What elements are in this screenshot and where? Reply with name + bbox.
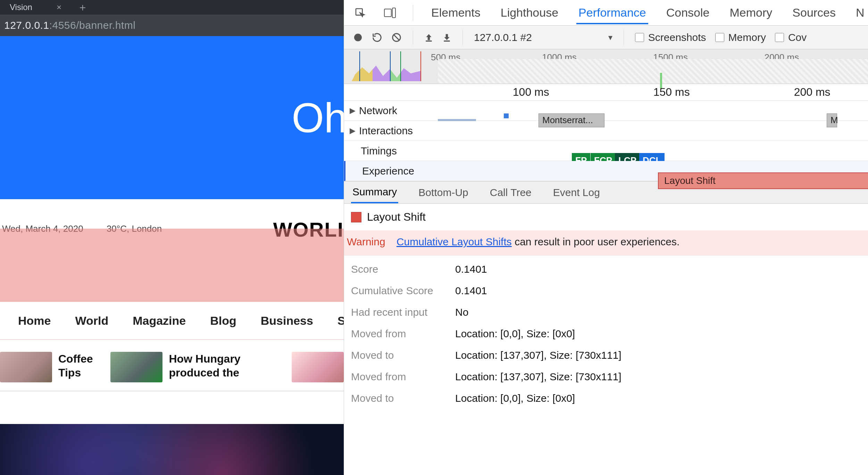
screenshots-checkbox[interactable]: Screenshots <box>635 32 706 43</box>
device-toggle-icon[interactable] <box>383 6 397 20</box>
nav-item-business[interactable]: Business <box>261 314 313 328</box>
clear-icon[interactable] <box>391 32 402 43</box>
checkbox-label: Cov <box>788 32 807 43</box>
kv-key: Moved to <box>351 392 455 404</box>
browser-tabbar: Vision × ＋ <box>0 0 344 15</box>
expand-icon[interactable]: ▶ <box>350 106 356 115</box>
track-network[interactable]: ▶Network Montserrat... M <box>344 101 868 121</box>
separator <box>413 5 413 21</box>
download-icon[interactable] <box>442 32 451 43</box>
nav-item-blog[interactable]: Blog <box>210 314 236 328</box>
checkbox-label: Memory <box>728 32 766 43</box>
svg-rect-5 <box>426 40 432 41</box>
detail-tab-calltree[interactable]: Call Tree <box>489 183 533 203</box>
track-timings[interactable]: Timings FP FCP LCP DCL <box>344 141 868 161</box>
kv-key: Score <box>351 263 455 275</box>
tab-console[interactable]: Console <box>664 1 712 24</box>
track-label: Timings <box>361 145 397 157</box>
inspect-icon[interactable] <box>353 6 367 20</box>
banner-text: Oh <box>292 94 344 142</box>
warning-rest: can result in poor user experiences. <box>512 236 680 247</box>
tab-title: Vision <box>10 2 32 12</box>
performance-toolbar: 127.0.0.1 #2 ▾ Screenshots Memory Cov <box>344 26 868 49</box>
memory-checkbox[interactable]: Memory <box>715 32 766 43</box>
flame-tracks: ▶Network Montserrat... M ▶Interactions T… <box>344 101 868 181</box>
tab-performance[interactable]: Performance <box>576 1 648 24</box>
tab-more[interactable]: N <box>854 1 867 24</box>
hero-banner: Oh <box>0 36 344 199</box>
track-label: Interactions <box>359 125 413 137</box>
svg-rect-6 <box>444 40 450 41</box>
warning-banner: Warning Cumulative Layout Shifts can res… <box>344 230 868 256</box>
detail-tab-summary[interactable]: Summary <box>351 182 398 203</box>
article-card[interactable]: Coffee Tips <box>0 352 99 382</box>
cls-link[interactable]: Cumulative Layout Shifts <box>397 236 512 247</box>
kv-value: Location: [137,307], Size: [730x111] <box>455 349 868 361</box>
kv-value: 0.1401 <box>455 263 868 275</box>
thumbnail-image <box>0 352 52 382</box>
kv-value: 0.1401 <box>455 285 868 297</box>
devtools-tabs: Elements Lighthouse Performance Console … <box>344 0 868 26</box>
track-label: Experience <box>362 165 414 177</box>
checkbox-label: Screenshots <box>648 32 706 43</box>
new-tab-icon[interactable]: ＋ <box>77 0 88 15</box>
thumbnail-image <box>110 352 162 382</box>
devtools-panel: Elements Lighthouse Performance Console … <box>344 0 868 475</box>
separator <box>462 30 463 45</box>
nav-item-home[interactable]: Home <box>18 314 51 328</box>
track-interactions[interactable]: ▶Interactions <box>344 121 868 141</box>
article-title: Coffee Tips <box>58 352 99 380</box>
article-title: How Hungary produced the <box>169 352 280 380</box>
kv-key: Moved from <box>351 371 455 383</box>
article-card[interactable]: How Hungary produced the <box>110 352 280 382</box>
ruler-tick: 150 ms <box>653 86 690 99</box>
recording-selector[interactable]: 127.0.0.1 #2 ▾ <box>474 32 612 43</box>
nav-item-more[interactable]: S <box>337 314 344 328</box>
overview-chart <box>352 51 421 81</box>
svg-point-3 <box>354 34 362 41</box>
browser-tab[interactable]: Vision × <box>3 2 68 12</box>
tab-memory[interactable]: Memory <box>728 1 775 24</box>
address-bar[interactable]: 127.0.0.1:4556/banner.html <box>0 15 344 36</box>
timeline-overview[interactable]: 500 ms 1000 ms 1500 ms 2000 ms <box>344 49 868 84</box>
article-card[interactable] <box>292 352 344 382</box>
detail-tab-bottomup[interactable]: Bottom-Up <box>417 183 469 203</box>
tab-sources[interactable]: Sources <box>790 1 838 24</box>
site-nav: Home World Magazine Blog Business S <box>0 302 344 339</box>
coverage-checkbox[interactable]: Cov <box>775 32 807 43</box>
svg-rect-2 <box>392 8 395 18</box>
tab-lighthouse[interactable]: Lighthouse <box>499 1 560 24</box>
color-swatch-icon <box>351 212 361 222</box>
warning-label: Warning <box>347 236 385 247</box>
detail-body: Layout Shift Warning Cumulative Layout S… <box>344 204 868 404</box>
tab-elements[interactable]: Elements <box>429 1 483 24</box>
page-viewport: Oh Wed, March 4, 2020 30°C, London WORLI… <box>0 36 344 475</box>
flame-ruler: 100 ms 150 ms 200 ms <box>344 84 868 101</box>
track-experience[interactable]: Experience Layout Shift <box>344 161 868 181</box>
nav-item-magazine[interactable]: Magazine <box>133 314 186 328</box>
expand-icon[interactable]: ▶ <box>350 126 356 135</box>
chevron-down-icon: ▾ <box>608 33 612 42</box>
close-icon[interactable]: × <box>57 2 61 12</box>
thumbnail-image <box>292 352 344 382</box>
separator <box>624 30 624 45</box>
ruler-tick: 100 ms <box>513 86 549 99</box>
url-host: 127.0.0.1 <box>4 19 49 31</box>
detail-kv: Score0.1401 Cumulative Score0.1401 Had r… <box>351 263 868 404</box>
article-strip: Coffee Tips How Hungary produced the <box>0 352 344 391</box>
kv-value: Location: [137,307], Size: [730x111] <box>455 371 868 383</box>
upload-icon[interactable] <box>424 32 433 43</box>
reload-icon[interactable] <box>372 32 382 43</box>
recording-label: 127.0.0.1 #2 <box>474 32 532 43</box>
browser-window: Vision × ＋ 127.0.0.1:4556/banner.html Oh… <box>0 0 344 475</box>
detail-tab-eventlog[interactable]: Event Log <box>552 183 601 203</box>
layout-shift-event[interactable]: Layout Shift <box>658 172 868 189</box>
record-icon[interactable] <box>353 33 363 42</box>
svg-rect-1 <box>384 9 391 17</box>
hero-image <box>0 424 344 475</box>
detail-title-text: Layout Shift <box>367 211 426 223</box>
nav-item-world[interactable]: World <box>75 314 108 328</box>
ruler-tick: 200 ms <box>794 86 831 99</box>
kv-value: Location: [0,0], Size: [0x0] <box>455 392 868 404</box>
url-text: 127.0.0.1:4556/banner.html <box>4 19 135 31</box>
